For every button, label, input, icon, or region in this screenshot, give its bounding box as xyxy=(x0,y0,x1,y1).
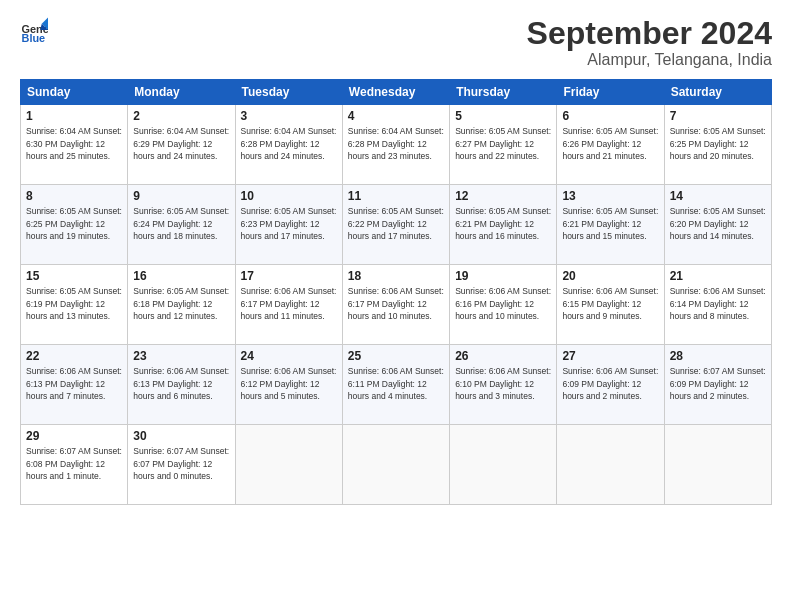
table-cell: 5Sunrise: 6:05 AM Sunset: 6:27 PM Daylig… xyxy=(450,105,557,185)
table-cell: 28Sunrise: 6:07 AM Sunset: 6:09 PM Dayli… xyxy=(664,345,771,425)
table-cell: 1Sunrise: 6:04 AM Sunset: 6:30 PM Daylig… xyxy=(21,105,128,185)
title-block: September 2024 Alampur, Telangana, India xyxy=(527,16,772,69)
table-cell: 30Sunrise: 6:07 AM Sunset: 6:07 PM Dayli… xyxy=(128,425,235,505)
day-info: Sunrise: 6:05 AM Sunset: 6:23 PM Dayligh… xyxy=(241,205,337,242)
col-thursday: Thursday xyxy=(450,80,557,105)
table-cell: 16Sunrise: 6:05 AM Sunset: 6:18 PM Dayli… xyxy=(128,265,235,345)
table-cell: 25Sunrise: 6:06 AM Sunset: 6:11 PM Dayli… xyxy=(342,345,449,425)
day-number: 24 xyxy=(241,349,337,363)
table-cell: 4Sunrise: 6:04 AM Sunset: 6:28 PM Daylig… xyxy=(342,105,449,185)
col-wednesday: Wednesday xyxy=(342,80,449,105)
day-info: Sunrise: 6:05 AM Sunset: 6:26 PM Dayligh… xyxy=(562,125,658,162)
table-cell: 9Sunrise: 6:05 AM Sunset: 6:24 PM Daylig… xyxy=(128,185,235,265)
table-cell: 19Sunrise: 6:06 AM Sunset: 6:16 PM Dayli… xyxy=(450,265,557,345)
day-info: Sunrise: 6:05 AM Sunset: 6:25 PM Dayligh… xyxy=(26,205,122,242)
logo-icon: General Blue xyxy=(20,16,48,44)
day-number: 12 xyxy=(455,189,551,203)
table-cell: 23Sunrise: 6:06 AM Sunset: 6:13 PM Dayli… xyxy=(128,345,235,425)
table-cell: 8Sunrise: 6:05 AM Sunset: 6:25 PM Daylig… xyxy=(21,185,128,265)
day-info: Sunrise: 6:05 AM Sunset: 6:22 PM Dayligh… xyxy=(348,205,444,242)
day-info: Sunrise: 6:04 AM Sunset: 6:28 PM Dayligh… xyxy=(241,125,337,162)
col-monday: Monday xyxy=(128,80,235,105)
day-info: Sunrise: 6:04 AM Sunset: 6:30 PM Dayligh… xyxy=(26,125,122,162)
day-number: 6 xyxy=(562,109,658,123)
day-number: 13 xyxy=(562,189,658,203)
col-sunday: Sunday xyxy=(21,80,128,105)
table-row: 22Sunrise: 6:06 AM Sunset: 6:13 PM Dayli… xyxy=(21,345,772,425)
calendar-table: Sunday Monday Tuesday Wednesday Thursday… xyxy=(20,79,772,505)
table-cell: 11Sunrise: 6:05 AM Sunset: 6:22 PM Dayli… xyxy=(342,185,449,265)
day-number: 22 xyxy=(26,349,122,363)
logo: General Blue xyxy=(20,16,48,44)
table-cell: 27Sunrise: 6:06 AM Sunset: 6:09 PM Dayli… xyxy=(557,345,664,425)
day-info: Sunrise: 6:06 AM Sunset: 6:15 PM Dayligh… xyxy=(562,285,658,322)
table-cell: 6Sunrise: 6:05 AM Sunset: 6:26 PM Daylig… xyxy=(557,105,664,185)
day-number: 9 xyxy=(133,189,229,203)
day-info: Sunrise: 6:06 AM Sunset: 6:14 PM Dayligh… xyxy=(670,285,766,322)
table-cell: 22Sunrise: 6:06 AM Sunset: 6:13 PM Dayli… xyxy=(21,345,128,425)
day-number: 11 xyxy=(348,189,444,203)
day-number: 30 xyxy=(133,429,229,443)
table-cell: 17Sunrise: 6:06 AM Sunset: 6:17 PM Dayli… xyxy=(235,265,342,345)
day-info: Sunrise: 6:05 AM Sunset: 6:21 PM Dayligh… xyxy=(455,205,551,242)
day-info: Sunrise: 6:06 AM Sunset: 6:11 PM Dayligh… xyxy=(348,365,444,402)
day-info: Sunrise: 6:06 AM Sunset: 6:17 PM Dayligh… xyxy=(348,285,444,322)
table-cell: 15Sunrise: 6:05 AM Sunset: 6:19 PM Dayli… xyxy=(21,265,128,345)
day-info: Sunrise: 6:05 AM Sunset: 6:18 PM Dayligh… xyxy=(133,285,229,322)
day-info: Sunrise: 6:07 AM Sunset: 6:09 PM Dayligh… xyxy=(670,365,766,402)
day-number: 4 xyxy=(348,109,444,123)
col-saturday: Saturday xyxy=(664,80,771,105)
day-number: 8 xyxy=(26,189,122,203)
day-number: 26 xyxy=(455,349,551,363)
table-cell xyxy=(557,425,664,505)
month-title: September 2024 xyxy=(527,16,772,51)
day-info: Sunrise: 6:06 AM Sunset: 6:13 PM Dayligh… xyxy=(26,365,122,402)
day-info: Sunrise: 6:05 AM Sunset: 6:20 PM Dayligh… xyxy=(670,205,766,242)
day-number: 18 xyxy=(348,269,444,283)
day-info: Sunrise: 6:04 AM Sunset: 6:29 PM Dayligh… xyxy=(133,125,229,162)
day-info: Sunrise: 6:06 AM Sunset: 6:09 PM Dayligh… xyxy=(562,365,658,402)
location-title: Alampur, Telangana, India xyxy=(527,51,772,69)
day-info: Sunrise: 6:05 AM Sunset: 6:24 PM Dayligh… xyxy=(133,205,229,242)
day-number: 27 xyxy=(562,349,658,363)
day-number: 14 xyxy=(670,189,766,203)
day-number: 2 xyxy=(133,109,229,123)
table-cell: 10Sunrise: 6:05 AM Sunset: 6:23 PM Dayli… xyxy=(235,185,342,265)
table-cell: 20Sunrise: 6:06 AM Sunset: 6:15 PM Dayli… xyxy=(557,265,664,345)
day-info: Sunrise: 6:07 AM Sunset: 6:08 PM Dayligh… xyxy=(26,445,122,482)
day-info: Sunrise: 6:05 AM Sunset: 6:19 PM Dayligh… xyxy=(26,285,122,322)
col-friday: Friday xyxy=(557,80,664,105)
table-cell: 12Sunrise: 6:05 AM Sunset: 6:21 PM Dayli… xyxy=(450,185,557,265)
table-cell xyxy=(235,425,342,505)
table-row: 8Sunrise: 6:05 AM Sunset: 6:25 PM Daylig… xyxy=(21,185,772,265)
day-info: Sunrise: 6:07 AM Sunset: 6:07 PM Dayligh… xyxy=(133,445,229,482)
day-info: Sunrise: 6:05 AM Sunset: 6:25 PM Dayligh… xyxy=(670,125,766,162)
day-number: 19 xyxy=(455,269,551,283)
table-cell xyxy=(450,425,557,505)
calendar-page: General Blue September 2024 Alampur, Tel… xyxy=(0,0,792,612)
day-info: Sunrise: 6:06 AM Sunset: 6:16 PM Dayligh… xyxy=(455,285,551,322)
table-cell: 21Sunrise: 6:06 AM Sunset: 6:14 PM Dayli… xyxy=(664,265,771,345)
svg-text:Blue: Blue xyxy=(22,32,46,44)
day-number: 20 xyxy=(562,269,658,283)
day-number: 7 xyxy=(670,109,766,123)
day-info: Sunrise: 6:05 AM Sunset: 6:21 PM Dayligh… xyxy=(562,205,658,242)
table-row: 29Sunrise: 6:07 AM Sunset: 6:08 PM Dayli… xyxy=(21,425,772,505)
table-cell: 2Sunrise: 6:04 AM Sunset: 6:29 PM Daylig… xyxy=(128,105,235,185)
day-info: Sunrise: 6:05 AM Sunset: 6:27 PM Dayligh… xyxy=(455,125,551,162)
page-header: General Blue September 2024 Alampur, Tel… xyxy=(20,16,772,69)
table-cell: 24Sunrise: 6:06 AM Sunset: 6:12 PM Dayli… xyxy=(235,345,342,425)
day-info: Sunrise: 6:06 AM Sunset: 6:10 PM Dayligh… xyxy=(455,365,551,402)
day-number: 29 xyxy=(26,429,122,443)
day-info: Sunrise: 6:04 AM Sunset: 6:28 PM Dayligh… xyxy=(348,125,444,162)
day-number: 15 xyxy=(26,269,122,283)
table-cell: 13Sunrise: 6:05 AM Sunset: 6:21 PM Dayli… xyxy=(557,185,664,265)
table-cell: 29Sunrise: 6:07 AM Sunset: 6:08 PM Dayli… xyxy=(21,425,128,505)
day-number: 25 xyxy=(348,349,444,363)
table-cell: 18Sunrise: 6:06 AM Sunset: 6:17 PM Dayli… xyxy=(342,265,449,345)
table-cell: 7Sunrise: 6:05 AM Sunset: 6:25 PM Daylig… xyxy=(664,105,771,185)
table-cell xyxy=(664,425,771,505)
table-cell: 26Sunrise: 6:06 AM Sunset: 6:10 PM Dayli… xyxy=(450,345,557,425)
day-number: 5 xyxy=(455,109,551,123)
day-number: 23 xyxy=(133,349,229,363)
